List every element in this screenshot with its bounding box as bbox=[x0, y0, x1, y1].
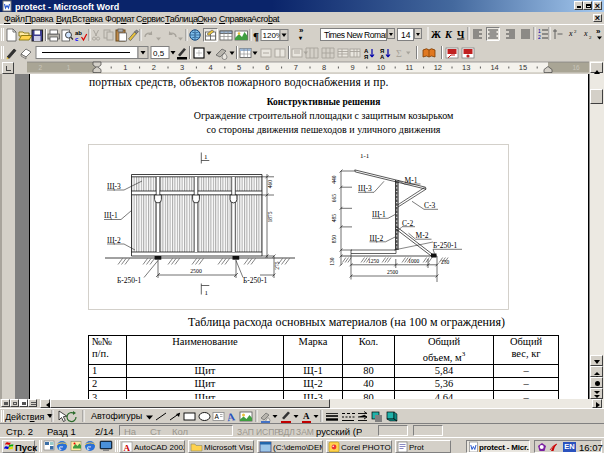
svg-text:5: 5 bbox=[237, 63, 241, 72]
svg-text:А: А bbox=[303, 411, 310, 421]
svg-text:3: 3 bbox=[180, 63, 184, 72]
svg-text:М-2: М-2 bbox=[416, 231, 429, 240]
svg-text:460: 460 bbox=[267, 180, 273, 189]
svg-text:275: 275 bbox=[274, 261, 280, 270]
svg-text:6: 6 bbox=[265, 63, 269, 72]
svg-text:7: 7 bbox=[294, 63, 298, 72]
svg-text:2: 2 bbox=[538, 34, 541, 40]
svg-text:С-2: С-2 bbox=[402, 219, 414, 228]
svg-text:2500: 2500 bbox=[190, 268, 202, 274]
svg-text:2: 2 bbox=[574, 29, 577, 34]
svg-text:x: x bbox=[583, 29, 588, 38]
svg-text:2: 2 bbox=[38, 64, 42, 71]
svg-text:1: 1 bbox=[204, 153, 208, 161]
svg-text:Ч: Ч bbox=[457, 29, 465, 40]
svg-text:М-1: М-1 bbox=[405, 176, 418, 185]
svg-text:Я: Я bbox=[364, 54, 368, 60]
svg-text:Автофигуры: Автофигуры bbox=[91, 411, 142, 421]
svg-text:665: 665 bbox=[331, 194, 337, 203]
svg-text:Б-250-1: Б-250-1 bbox=[243, 276, 268, 285]
svg-text:8: 8 bbox=[322, 63, 326, 72]
svg-text:13: 13 bbox=[462, 63, 470, 72]
svg-text:А: А bbox=[226, 410, 236, 423]
svg-text:485: 485 bbox=[331, 214, 337, 223]
svg-text:1: 1 bbox=[67, 64, 71, 71]
svg-text:Щ-2: Щ-2 bbox=[370, 234, 384, 243]
svg-text:A: A bbox=[124, 443, 131, 453]
svg-text:Б-250-1: Б-250-1 bbox=[433, 241, 458, 250]
svg-text:2: 2 bbox=[589, 35, 592, 40]
svg-text:x: x bbox=[568, 29, 573, 38]
svg-text:0,5: 0,5 bbox=[153, 49, 165, 58]
svg-text:1-1: 1-1 bbox=[360, 152, 370, 160]
svg-text:2500: 2500 bbox=[387, 269, 398, 275]
svg-text:10: 10 bbox=[377, 63, 385, 72]
svg-text:14: 14 bbox=[490, 63, 498, 72]
svg-text:850: 850 bbox=[331, 235, 337, 244]
svg-text:Ж: Ж bbox=[431, 29, 441, 40]
svg-text:С-3: С-3 bbox=[424, 201, 436, 210]
svg-text:А: А bbox=[380, 54, 385, 60]
svg-text:1000: 1000 bbox=[408, 258, 419, 264]
svg-text:Щ-1: Щ-1 bbox=[104, 211, 118, 220]
svg-text:Σ: Σ bbox=[396, 48, 402, 59]
svg-text:440: 440 bbox=[331, 175, 337, 184]
svg-text:Щ-1: Щ-1 bbox=[372, 210, 386, 219]
svg-text:1250: 1250 bbox=[368, 258, 379, 264]
svg-text:Б-250-1: Б-250-1 bbox=[117, 276, 142, 285]
svg-text:130: 130 bbox=[329, 257, 335, 266]
svg-text:1875: 1875 bbox=[267, 211, 273, 222]
svg-text:Щ-3: Щ-3 bbox=[107, 182, 121, 191]
svg-text:1: 1 bbox=[123, 63, 127, 72]
svg-text:1: 1 bbox=[205, 289, 209, 297]
svg-text:9: 9 bbox=[351, 63, 355, 72]
svg-text:250: 250 bbox=[441, 259, 450, 265]
svg-text:Щ-2: Щ-2 bbox=[107, 236, 121, 245]
svg-text:»: » bbox=[596, 27, 601, 36]
svg-text:4: 4 bbox=[209, 63, 213, 72]
svg-text:¶: ¶ bbox=[253, 30, 259, 42]
svg-text:К: К bbox=[444, 29, 453, 40]
svg-text:c: c bbox=[75, 36, 79, 42]
svg-text:Щ-3: Щ-3 bbox=[358, 184, 372, 193]
svg-text:12: 12 bbox=[434, 63, 442, 72]
svg-text:11: 11 bbox=[406, 63, 414, 72]
svg-text:16: 16 bbox=[572, 64, 580, 71]
svg-text:2: 2 bbox=[152, 63, 156, 72]
svg-text:15: 15 bbox=[519, 63, 527, 72]
svg-text:А: А bbox=[215, 413, 220, 420]
